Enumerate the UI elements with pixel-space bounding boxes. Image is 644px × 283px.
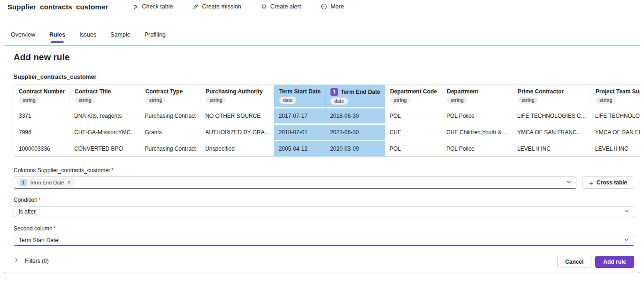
- column-order-badge: 1: [330, 88, 338, 96]
- column-header[interactable]: Project Team Supplierstring: [590, 85, 640, 108]
- more-label: More: [330, 3, 344, 10]
- cancel-button[interactable]: Cancel: [557, 256, 591, 268]
- table-cell: 2005-04-12: [274, 141, 325, 156]
- add-new-rule-panel: Add new rule Supplier_contracts_customer…: [4, 45, 640, 273]
- table-cell: LIFE TECHNOLOGIES C...: [513, 108, 590, 125]
- chevron-down-icon[interactable]: [566, 179, 572, 186]
- rocket-icon: [192, 4, 199, 10]
- column-header[interactable]: Departmentstring: [442, 85, 513, 108]
- second-column-value: Term Start Date: [19, 237, 58, 244]
- table-cell: 2020-03-09: [325, 141, 385, 156]
- second-column-input[interactable]: Term Start Date: [14, 235, 634, 246]
- table-cell: POL: [385, 108, 442, 125]
- table-cell: CHF: [385, 125, 442, 141]
- add-rule-button[interactable]: Add rule: [595, 256, 634, 268]
- table-cell: 2023-06-30: [325, 125, 385, 141]
- filters-expander[interactable]: Filters (0): [14, 257, 49, 264]
- table-cell: DNA Kits, reagents: [69, 108, 140, 125]
- create-alert-label: Create alert: [270, 3, 301, 10]
- filters-label: Filters (0): [25, 258, 49, 264]
- column-name: Purchasing Authority: [206, 88, 263, 95]
- chevron-down-icon[interactable]: [624, 208, 629, 215]
- columns-multiselect-input[interactable]: 1 Term End Date ×: [14, 176, 576, 189]
- table-cell: 1000003336: [14, 141, 69, 156]
- table-cell: 2018-06-30: [325, 108, 385, 125]
- column-header[interactable]: Contract Titlestring: [69, 85, 140, 108]
- table-cell: CHF-GA-Mission YMC...: [69, 125, 140, 141]
- second-column-field: Second column* Term Start Date: [14, 225, 634, 246]
- remove-column-icon[interactable]: ×: [67, 180, 71, 185]
- column-type-pill: string: [518, 97, 538, 104]
- table-cell: AUTHORIZED BY GRA...: [200, 125, 274, 141]
- second-column-field-label: Second column*: [14, 225, 634, 232]
- tab-profiling[interactable]: Profiling: [144, 31, 167, 43]
- create-alert-button[interactable]: Create alert: [259, 2, 303, 11]
- topbar-divider: [0, 20, 644, 20]
- column-header[interactable]: Term Start Datedate: [274, 85, 325, 108]
- column-name: Department Code: [390, 88, 437, 95]
- column-header[interactable]: Prime Contractorstring: [513, 85, 590, 108]
- columns-field-label: Columns Supplier_contracts_customer*: [14, 167, 634, 174]
- table-cell: YMCA OF SAN FRANC...: [513, 125, 590, 141]
- create-mission-label: Create mission: [202, 3, 241, 10]
- top-bar: Supplier_contracts_customer Check table …: [0, 0, 644, 13]
- column-name: Contract Type: [145, 88, 183, 95]
- column-header[interactable]: Purchasing Authoritystring: [200, 85, 274, 108]
- column-header[interactable]: 1Term End Datedate: [325, 85, 385, 108]
- table-cell: Purchasing Contract: [140, 108, 200, 125]
- panel-footer: Cancel Add rule: [557, 256, 634, 268]
- tab-overview[interactable]: Overview: [10, 31, 36, 43]
- tab-bar: Overview Rules Issues Sample Profiling: [0, 31, 644, 43]
- table-cell: POL: [385, 141, 442, 156]
- column-header[interactable]: Contract Typestring: [140, 85, 200, 108]
- table-row: 3371DNA Kits, reagentsPurchasing Contrac…: [14, 108, 640, 125]
- table-row: 1000003336CONVERTED BPOPurchasing Contra…: [14, 141, 640, 156]
- chevron-down-icon[interactable]: [624, 237, 629, 244]
- table-cell: LIFE TECHNOLOGIES C...: [590, 108, 640, 125]
- preview-table-header-row: Contract NumberstringContract Titlestrin…: [14, 85, 640, 108]
- table-cell: 2018-07-01: [274, 125, 325, 141]
- columns-field: Columns Supplier_contracts_customer* 1 T…: [14, 167, 634, 189]
- column-name: Prime Contractor: [518, 88, 564, 95]
- condition-select[interactable]: is after: [14, 206, 634, 217]
- table-cell: 2017-07-17: [274, 108, 325, 125]
- column-order-badge: 1: [20, 179, 27, 186]
- tab-rules[interactable]: Rules: [48, 31, 66, 43]
- column-name: Department: [447, 88, 478, 95]
- column-name: Term Start Date: [279, 88, 321, 95]
- column-type-pill: date: [330, 98, 348, 105]
- required-asterisk: *: [54, 225, 56, 232]
- condition-value: is after: [19, 208, 36, 215]
- column-type-pill: date: [279, 97, 297, 104]
- table-cell: CHF Children;Youth & ...: [442, 125, 513, 141]
- column-header[interactable]: Contract Numberstring: [14, 85, 69, 108]
- table-cell: CONVERTED BPO: [69, 141, 140, 156]
- table-cell: 7996: [14, 125, 69, 141]
- chevron-right-icon: [14, 257, 19, 264]
- text-caret: [59, 237, 59, 244]
- tab-sample[interactable]: Sample: [109, 31, 131, 43]
- column-name: Project Team Supplier: [596, 88, 640, 95]
- check-table-button[interactable]: Check table: [130, 2, 175, 11]
- table-cell: YMCA OF SAN FRANC...: [590, 125, 640, 141]
- table-cell: POL Police: [442, 108, 513, 125]
- page-title: Supplier_contracts_customer: [8, 3, 108, 11]
- tab-issues[interactable]: Issues: [78, 31, 97, 43]
- column-type-pill: string: [447, 97, 468, 104]
- column-header[interactable]: Department Codestring: [385, 85, 442, 108]
- column-type-pill: string: [390, 97, 411, 104]
- create-mission-button[interactable]: Create mission: [191, 2, 243, 11]
- table-cell: POL Police: [442, 141, 513, 156]
- selected-column-tag: 1 Term End Date ×: [17, 178, 74, 187]
- table-cell: Unspecified: [200, 141, 274, 156]
- column-name: Term End Date: [341, 89, 380, 95]
- bell-icon: [261, 4, 267, 10]
- source-table-name: Supplier_contracts_customer: [14, 74, 634, 80]
- play-icon: [132, 4, 138, 10]
- table-cell: NO OTHER SOURCE: [200, 108, 274, 125]
- topbar-actions: Check table Create mission Create alert: [130, 2, 345, 11]
- cross-table-button[interactable]: + Cross table: [582, 176, 634, 189]
- table-cell: Purchasing Contract: [140, 141, 200, 156]
- more-button[interactable]: More: [319, 2, 345, 11]
- table-row: 7996CHF-GA-Mission YMC...GrantsAUTHORIZE…: [14, 125, 640, 141]
